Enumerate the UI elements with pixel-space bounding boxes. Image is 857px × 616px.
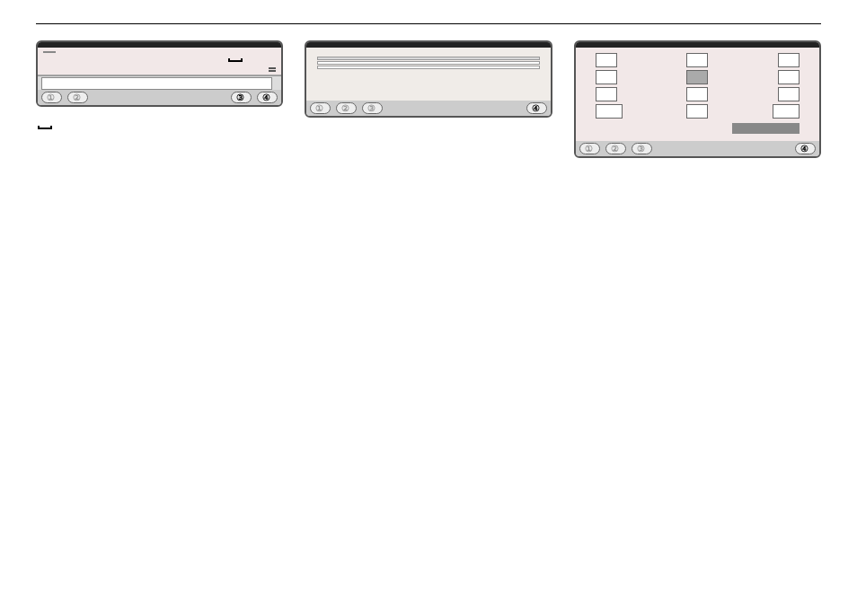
kb-key	[135, 51, 147, 53]
kb-row-5	[43, 67, 276, 69]
kb-key	[165, 54, 178, 65]
kb-key	[181, 70, 193, 72]
kb-key	[89, 54, 102, 65]
kb-key	[226, 51, 239, 53]
list-item	[317, 61, 539, 65]
kb-key	[104, 51, 117, 53]
page-header	[36, 20, 821, 24]
kb-key	[43, 67, 56, 69]
np-key	[686, 53, 708, 67]
kb-del	[269, 67, 276, 69]
button-1: ①	[310, 102, 331, 114]
np-key	[596, 70, 617, 84]
kb-key	[58, 67, 71, 69]
np-key	[596, 53, 617, 67]
kb-key	[150, 67, 163, 69]
kb-key	[242, 51, 254, 53]
kb-key	[74, 70, 86, 72]
screen-select-street: ① ② ③ ④	[305, 40, 552, 118]
kb-key	[74, 51, 86, 53]
number-range	[596, 123, 727, 134]
kb-key	[211, 54, 224, 65]
np-key-selected	[686, 70, 708, 84]
kb-key	[196, 70, 208, 72]
kb-row-1	[43, 51, 276, 53]
kb-key	[58, 51, 71, 53]
kb-row-2	[43, 54, 276, 65]
button-3: ③	[362, 102, 383, 114]
kb-key	[135, 54, 147, 65]
button-town: ③	[231, 92, 252, 103]
kb-key	[89, 70, 102, 72]
button-2: ②	[605, 143, 626, 154]
kb-key	[119, 54, 132, 65]
button-cancel: ④	[257, 92, 278, 103]
np-key	[778, 87, 800, 101]
kb-key	[165, 70, 178, 72]
np-zero	[686, 104, 708, 119]
button-2: ②	[67, 92, 88, 103]
np-key	[778, 70, 800, 84]
np-del	[596, 104, 623, 119]
kb-key	[43, 54, 56, 65]
kb-key	[150, 54, 163, 65]
kb-key	[58, 54, 71, 65]
screen-address-street: ① ② ③ ④	[36, 40, 283, 107]
kb-key	[74, 54, 86, 65]
kb-key	[119, 70, 132, 72]
button-1: ①	[41, 92, 62, 103]
button-cancel: ④	[795, 143, 816, 154]
kb-key	[150, 70, 163, 72]
kb-key	[165, 67, 178, 69]
kb-key	[211, 51, 224, 53]
kb-key	[181, 51, 193, 53]
input-field	[41, 77, 272, 90]
kb-key	[74, 67, 86, 69]
kb-key	[165, 51, 178, 53]
column-2: ① ② ③ ④	[305, 40, 552, 130]
kb-key	[150, 51, 163, 53]
kb-key	[43, 70, 56, 72]
kb-end	[269, 70, 276, 72]
np-end	[773, 104, 800, 119]
kb-key	[43, 51, 56, 53]
kb-key	[181, 67, 193, 69]
col1-p2	[36, 119, 283, 135]
kb-key	[196, 51, 208, 53]
column-1: ① ② ③ ④	[36, 40, 283, 142]
np-key	[778, 53, 800, 67]
button-cancel: ④	[526, 102, 547, 114]
kb-row-6	[43, 70, 276, 72]
kb-space-key	[226, 54, 239, 65]
space-symbol-icon	[38, 126, 52, 129]
kb-key	[196, 54, 208, 65]
column-3: ① ② ③ ④	[574, 40, 821, 171]
kb-key	[104, 54, 117, 65]
np-key	[686, 87, 708, 101]
list-item	[317, 66, 539, 69]
kb-key	[135, 67, 147, 69]
screen-house-number: ① ② ③ ④	[574, 40, 821, 158]
button-3: ③	[632, 143, 652, 154]
kb-key	[181, 54, 193, 65]
list-item	[317, 57, 539, 60]
kb-key	[211, 70, 224, 72]
kb-key	[135, 70, 147, 72]
kb-key	[89, 51, 102, 53]
kb-key	[119, 51, 132, 53]
kb-key	[58, 70, 71, 72]
num-input-field	[732, 123, 800, 134]
button-2: ②	[336, 102, 357, 114]
kb-key	[104, 67, 117, 69]
kb-key	[89, 67, 102, 69]
kb-key	[119, 67, 132, 69]
np-key	[596, 87, 617, 101]
kb-key	[104, 70, 117, 72]
button-1: ①	[579, 143, 600, 154]
